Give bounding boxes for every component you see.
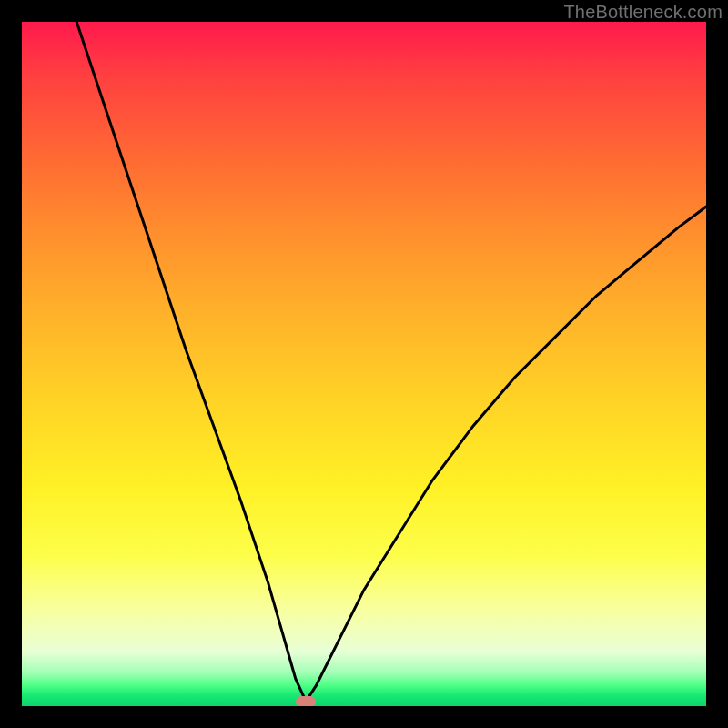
watermark-text: TheBottleneck.com: [563, 2, 723, 23]
bottleneck-curve: [76, 22, 706, 702]
plot-area: [22, 22, 706, 706]
curve-layer: [22, 22, 706, 706]
optimal-marker: [296, 696, 316, 706]
